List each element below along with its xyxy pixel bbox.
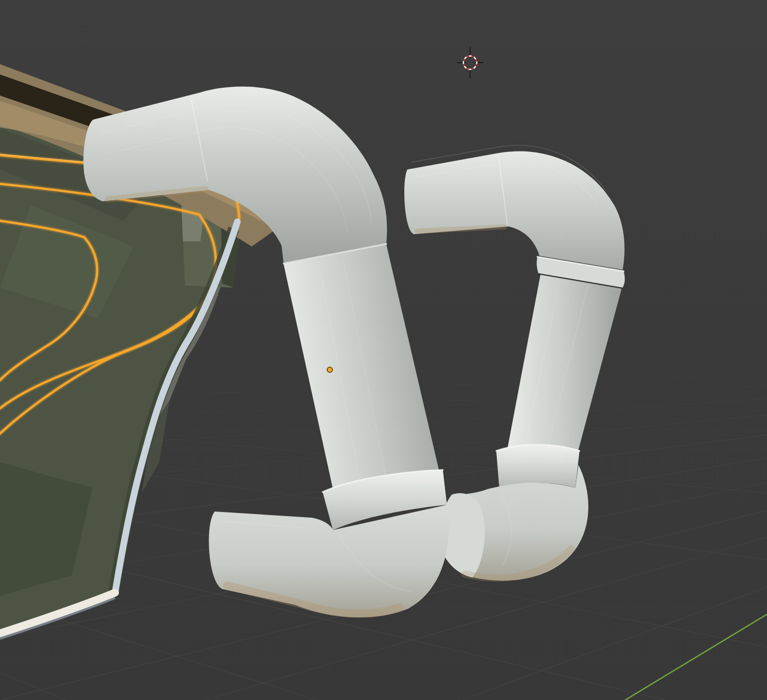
- viewport-canvas[interactable]: [0, 0, 767, 700]
- small-pipe-collar: [496, 445, 579, 489]
- viewport-wrap: [0, 0, 767, 700]
- object-origin-dot[interactable]: [327, 367, 332, 372]
